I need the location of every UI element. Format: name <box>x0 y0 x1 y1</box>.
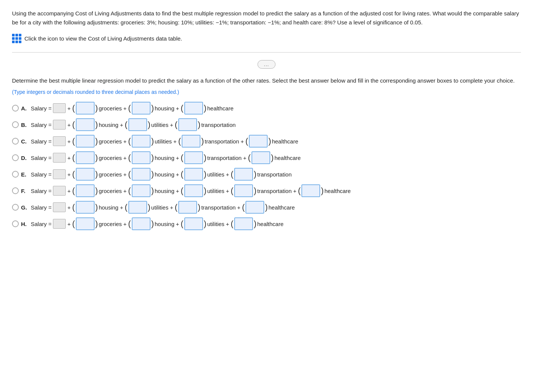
coeff-box-healthcare[interactable] <box>245 201 264 214</box>
coefficient-group-groceries: ()groceries <box>72 102 122 115</box>
coeff-box-groceries[interactable] <box>76 217 95 230</box>
intercept-box[interactable] <box>53 153 66 163</box>
coeff-box-healthcare[interactable] <box>249 135 268 148</box>
salary-equals: Salary = <box>31 188 51 194</box>
icon-link-label: Click the icon to view the Cost of Livin… <box>24 35 182 42</box>
coeff-box-groceries[interactable] <box>76 168 95 181</box>
operator: + <box>176 105 179 112</box>
coeff-box-transportation[interactable] <box>178 118 197 131</box>
coefficient-group-housing: ()housing <box>72 118 118 131</box>
term-label-housing: housing <box>155 105 175 112</box>
radio-e[interactable] <box>12 171 19 178</box>
radio-c[interactable] <box>12 138 19 145</box>
term-label-transportation: transportation <box>207 155 242 161</box>
term-label-transportation: transportation <box>257 171 292 178</box>
coefficient-group-housing: ()housing <box>128 168 174 181</box>
option-row-f: F.Salary =+()groceries+()housing+()utili… <box>12 184 521 197</box>
left-paren: ( <box>128 154 131 162</box>
intro-paragraph: Using the accompanying Cost of Living Ad… <box>12 9 521 27</box>
coeff-box-transportation[interactable] <box>182 135 200 148</box>
collapse-button-container[interactable]: ... <box>12 60 521 69</box>
left-paren: ( <box>72 220 75 228</box>
coeff-box-groceries[interactable] <box>76 151 95 164</box>
equation-f: Salary =+()groceries+()housing+()utiliti… <box>31 184 351 197</box>
data-table-link-row[interactable]: Click the icon to view the Cost of Livin… <box>12 34 521 43</box>
coeff-box-housing[interactable] <box>132 168 151 181</box>
salary-equals: Salary = <box>31 105 51 112</box>
term-label-groceries: groceries <box>99 188 122 194</box>
option-label-c: C. <box>21 138 29 145</box>
coeff-box-utilities[interactable] <box>128 201 147 214</box>
coeff-box-utilities[interactable] <box>128 118 147 131</box>
intercept-box[interactable] <box>53 120 66 130</box>
term-label-groceries: groceries <box>99 171 122 178</box>
coeff-box-groceries[interactable] <box>76 135 95 148</box>
operator: + <box>123 155 127 161</box>
coeff-box-healthcare[interactable] <box>301 184 320 197</box>
radio-a[interactable] <box>12 105 19 112</box>
coeff-box-housing[interactable] <box>76 201 95 214</box>
coeff-box-groceries[interactable] <box>76 184 95 197</box>
coeff-box-healthcare[interactable] <box>234 217 253 230</box>
intercept-box[interactable] <box>53 202 66 212</box>
coeff-box-healthcare[interactable] <box>251 151 270 164</box>
coeff-box-housing[interactable] <box>132 102 151 115</box>
coeff-box-housing[interactable] <box>132 217 151 230</box>
coefficient-group-utilities: ()utilities <box>181 168 224 181</box>
operator: + <box>241 138 244 145</box>
equation-h: Salary =+()groceries+()housing+()utiliti… <box>31 217 283 230</box>
collapse-button[interactable]: ... <box>257 60 276 69</box>
salary-equals: Salary = <box>31 221 51 227</box>
coeff-box-healthcare[interactable] <box>184 102 203 115</box>
coeff-box-utilities[interactable] <box>184 184 203 197</box>
operator: + <box>176 155 179 161</box>
right-paren: ) <box>198 121 200 129</box>
intercept-box[interactable] <box>53 136 66 146</box>
radio-g[interactable] <box>12 204 19 211</box>
coeff-box-transportation[interactable] <box>178 201 197 214</box>
term-label-utilities: utilities <box>207 221 224 227</box>
coeff-box-housing[interactable] <box>132 151 151 164</box>
right-paren: ) <box>95 121 98 129</box>
coeff-box-utilities[interactable] <box>132 135 151 148</box>
left-paren: ( <box>181 220 183 228</box>
option-label-e: E. <box>21 171 29 178</box>
coeff-box-utilities[interactable] <box>184 217 203 230</box>
coeff-box-transportation[interactable] <box>234 184 253 197</box>
intercept-box[interactable] <box>53 103 66 113</box>
coefficient-group-transportation: ()transportation <box>175 118 235 131</box>
coefficient-group-healthcare: ()healthcare <box>248 151 301 164</box>
coeff-box-transportation[interactable] <box>184 151 203 164</box>
radio-d[interactable] <box>12 154 19 161</box>
left-paren: ( <box>181 187 183 195</box>
radio-h[interactable] <box>12 220 19 227</box>
intercept-box[interactable] <box>53 169 66 179</box>
coeff-box-utilities[interactable] <box>184 168 203 181</box>
operator: + <box>67 155 71 161</box>
option-row-h: H.Salary =+()groceries+()housing+()utili… <box>12 217 521 230</box>
operator: + <box>226 188 229 194</box>
term-label-housing: housing <box>155 221 175 227</box>
right-paren: ) <box>151 104 154 112</box>
intercept-box[interactable] <box>53 186 66 196</box>
left-paren: ( <box>231 220 233 228</box>
salary-equals: Salary = <box>31 122 51 128</box>
right-paren: ) <box>95 104 98 112</box>
radio-f[interactable] <box>12 187 19 194</box>
term-label-healthcare: healthcare <box>324 188 351 194</box>
coeff-box-housing[interactable] <box>132 184 151 197</box>
right-paren: ) <box>271 154 274 162</box>
left-paren: ( <box>125 203 127 211</box>
right-paren: ) <box>204 187 206 195</box>
coeff-box-groceries[interactable] <box>76 102 95 115</box>
grid-icon[interactable] <box>12 34 21 43</box>
operator: + <box>173 138 177 145</box>
coeff-box-housing[interactable] <box>76 118 95 131</box>
radio-b[interactable] <box>12 121 19 128</box>
intercept-box[interactable] <box>53 219 66 229</box>
equation-d: Salary =+()groceries+()housing+()transpo… <box>31 151 301 164</box>
left-paren: ( <box>72 154 75 162</box>
term-label-groceries: groceries <box>99 221 122 227</box>
coeff-box-transportation[interactable] <box>234 168 253 181</box>
option-label-f: F. <box>21 188 29 194</box>
